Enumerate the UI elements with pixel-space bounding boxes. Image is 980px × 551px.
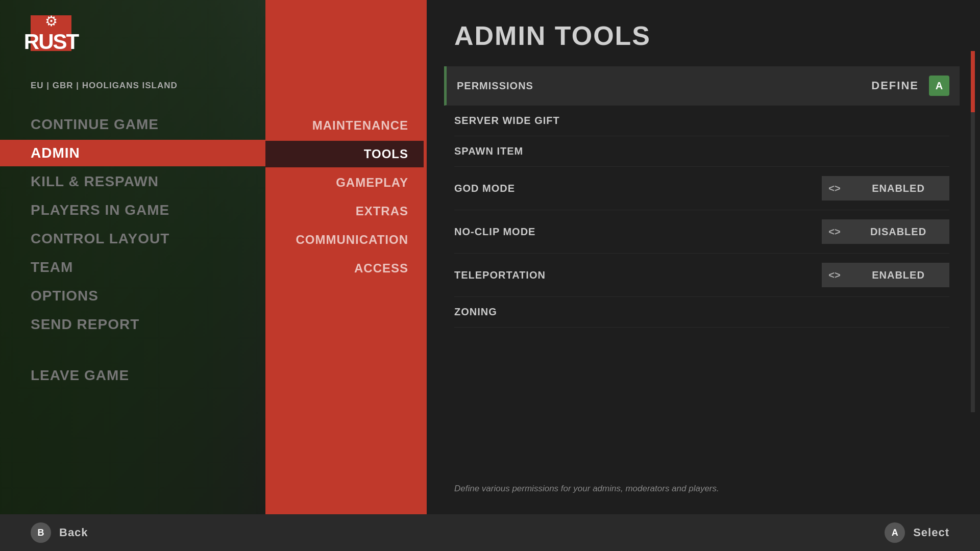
description-text: Define various permissions for your admi… <box>454 473 949 494</box>
sidebar-item-control-layout[interactable]: CONTROL LAYOUT <box>31 226 265 252</box>
permissions-label: PERMISSIONS <box>457 80 871 92</box>
middle-nav-item-access[interactable]: ACCESS <box>265 255 424 282</box>
teleportation-label: TELEPORTATION <box>454 269 822 281</box>
middle-nav-item-gameplay[interactable]: GAMEPLAY <box>265 169 424 196</box>
sidebar-item-team[interactable]: TEAM <box>31 254 265 281</box>
select-label: Select <box>913 526 949 539</box>
select-action[interactable]: A Select <box>885 522 949 543</box>
list-item-permissions[interactable]: PERMISSIONS DEFINE A <box>444 66 960 106</box>
middle-nav-item-maintenance[interactable]: MAINTENANCE <box>265 112 424 139</box>
right-panel: ADMIN TOOLS PERMISSIONS DEFINE A SERVER … <box>424 0 980 514</box>
server-wide-gift-label: SERVER WIDE GIFT <box>454 115 949 127</box>
list-item-no-clip-mode: NO-CLIP MODE <> DISABLED <box>454 210 949 254</box>
no-clip-mode-control: <> DISABLED <box>822 219 949 244</box>
teleportation-control: <> ENABLED <box>822 263 949 287</box>
left-sidebar: ⚙ RUST EU | GBR | HOOLIGANS ISLAND CONTI… <box>0 0 265 514</box>
sidebar-item-players-in-game[interactable]: PLAYERS IN GAME <box>31 197 265 223</box>
bottom-bar: B Back A Select <box>0 514 980 551</box>
server-info: EU | GBR | HOOLIGANS ISLAND <box>31 81 265 91</box>
list-item-teleportation: TELEPORTATION <> ENABLED <box>454 254 949 297</box>
back-action[interactable]: B Back <box>31 522 88 543</box>
middle-nav-item-communication[interactable]: COMMUNICATION <box>265 227 424 253</box>
middle-nav-item-tools[interactable]: TOOLS <box>265 141 424 167</box>
logo-area: ⚙ RUST <box>31 15 265 51</box>
back-button-icon: B <box>31 522 51 543</box>
god-mode-label: GOD MODE <box>454 183 822 194</box>
list-item-spawn-item[interactable]: SPAWN ITEM <box>454 136 949 167</box>
no-clip-mode-left-arrow[interactable]: <> <box>822 219 847 244</box>
left-nav: CONTINUE GAME ADMIN KILL & RESPAWN PLAYE… <box>31 111 265 389</box>
page-title: ADMIN TOOLS <box>454 20 949 51</box>
god-mode-control: <> ENABLED <box>822 176 949 201</box>
select-button-icon: A <box>885 522 905 543</box>
scrollbar-thumb <box>971 51 975 112</box>
rust-logo: ⚙ RUST <box>31 15 71 51</box>
sidebar-item-admin[interactable]: ADMIN <box>0 140 276 166</box>
middle-nav: MAINTENANCE TOOLS GAMEPLAY EXTRAS COMMUN… <box>265 112 424 282</box>
main-layout: ⚙ RUST EU | GBR | HOOLIGANS ISLAND CONTI… <box>0 0 980 514</box>
no-clip-mode-label: NO-CLIP MODE <box>454 226 822 238</box>
gear-icon: ⚙ <box>45 13 58 30</box>
permissions-controls: DEFINE A <box>871 76 949 96</box>
middle-nav-item-extras[interactable]: EXTRAS <box>265 198 424 224</box>
nav-spacer <box>31 340 265 360</box>
list-item-zoning[interactable]: ZONING <box>454 297 949 328</box>
no-clip-mode-value: DISABLED <box>847 219 949 244</box>
sidebar-item-leave-game[interactable]: LEAVE GAME <box>31 362 265 389</box>
list-item-server-wide-gift[interactable]: SERVER WIDE GIFT <box>454 106 949 136</box>
back-label: Back <box>59 526 88 539</box>
logo-text: RUST <box>24 30 78 54</box>
sidebar-item-kill-respawn[interactable]: KILL & RESPAWN <box>31 168 265 195</box>
spawn-item-label: SPAWN ITEM <box>454 145 949 157</box>
teleportation-value: ENABLED <box>847 263 949 287</box>
sidebar-item-options[interactable]: OPTIONS <box>31 283 265 309</box>
permissions-badge: A <box>929 76 949 96</box>
sidebar-item-send-report[interactable]: SEND REPORT <box>31 311 265 338</box>
scrollbar-track[interactable] <box>971 51 975 412</box>
list-item-god-mode: GOD MODE <> ENABLED <box>454 167 949 210</box>
teleportation-left-arrow[interactable]: <> <box>822 263 847 287</box>
god-mode-left-arrow[interactable]: <> <box>822 176 847 201</box>
sidebar-item-continue-game[interactable]: CONTINUE GAME <box>31 111 265 138</box>
define-label: DEFINE <box>871 79 919 92</box>
middle-panel: MAINTENANCE TOOLS GAMEPLAY EXTRAS COMMUN… <box>265 0 424 514</box>
content-list: PERMISSIONS DEFINE A SERVER WIDE GIFT SP… <box>454 66 949 473</box>
zoning-label: ZONING <box>454 306 949 318</box>
god-mode-value: ENABLED <box>847 176 949 201</box>
